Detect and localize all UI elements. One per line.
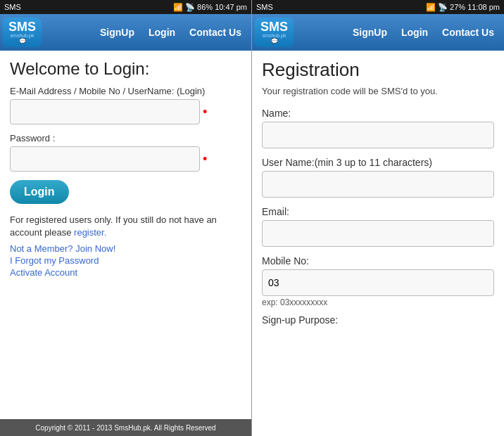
signup-purpose-label: Sign-up Purpose: xyxy=(262,314,494,326)
password-field-label: Password : xyxy=(10,133,241,143)
nav-links-right: SignUp Login Contact Us xyxy=(296,23,501,42)
status-bar-left: SMS 📶 📡 86% 10:47 pm xyxy=(0,0,251,14)
login-button[interactable]: Login xyxy=(10,180,69,204)
email-reg-field-label: Email: xyxy=(262,206,494,217)
email-field-group: • xyxy=(10,99,241,124)
register-link[interactable]: register. xyxy=(74,227,106,238)
logo-bubble-left: 💬 xyxy=(19,38,26,44)
password-field-group: • xyxy=(10,146,241,172)
logo-text-right: SMS xyxy=(260,20,288,33)
status-wifi: 📡 xyxy=(185,3,195,12)
email-field-label: E-Mail Address / Mobile No / UserName: (… xyxy=(10,86,241,96)
nav-bar-right: SMS smshub.pk 💬 SignUp Login Contact Us xyxy=(252,14,504,51)
name-input[interactable] xyxy=(262,122,494,148)
login-panel: SMS 📶 📡 86% 10:47 pm SMS smshub.pk 💬 Sig… xyxy=(0,0,252,436)
forgot-password-link[interactable]: I Forgot my Password xyxy=(10,255,241,266)
nav-contact-left[interactable]: Contact Us xyxy=(182,23,248,42)
join-now-link[interactable]: Not a Member? Join Now! xyxy=(10,243,241,254)
status-signal: 📶 xyxy=(173,3,183,12)
footer-text-left: Copyright © 2011 - 2013 SmsHub.pk. All R… xyxy=(35,424,215,432)
status-left-right: SMS xyxy=(256,3,273,11)
status-battery-right: 27% xyxy=(450,3,465,11)
logo-text-left: SMS xyxy=(8,20,36,33)
email-required-dot: • xyxy=(203,105,207,120)
registration-content: Registration Your registration code will… xyxy=(252,51,504,436)
status-bar-right: SMS 📶 📡 27% 11:08 pm xyxy=(252,0,504,14)
footer-left: Copyright © 2011 - 2013 SmsHub.pk. All R… xyxy=(0,419,251,436)
mobile-field-label: Mobile No: xyxy=(262,255,494,267)
logo-sub-right: smshub.pk xyxy=(263,33,286,38)
status-right: 📶 📡 86% 10:47 pm xyxy=(173,3,247,12)
status-wifi-right: 📡 xyxy=(438,3,448,12)
mobile-exp-text: exp: 03xxxxxxxxx xyxy=(262,297,494,307)
logo-sub-left: smshub.pk xyxy=(11,33,34,38)
status-left: SMS xyxy=(4,3,21,11)
logo-left: SMS smshub.pk 💬 xyxy=(3,18,42,47)
login-content: Welcome to Login: E-Mail Address / Mobil… xyxy=(0,51,251,419)
logo-bubble-right: 💬 xyxy=(271,38,278,44)
registration-title: Registration xyxy=(262,59,494,81)
status-time-right: 11:08 pm xyxy=(467,3,500,11)
nav-signup-right[interactable]: SignUp xyxy=(346,23,394,42)
nav-bar-left: SMS smshub.pk 💬 SignUp Login Contact Us xyxy=(0,14,251,51)
status-app-label: SMS xyxy=(4,3,21,11)
name-field-label: Name: xyxy=(262,108,494,119)
nav-links-left: SignUp Login Contact Us xyxy=(44,23,248,42)
username-input[interactable] xyxy=(262,171,494,198)
status-time: 10:47 pm xyxy=(215,3,247,11)
nav-contact-right[interactable]: Contact Us xyxy=(435,23,501,42)
status-right-right: 📶 📡 27% 11:08 pm xyxy=(426,3,500,12)
nav-login-right[interactable]: Login xyxy=(394,23,435,42)
status-app-label-right: SMS xyxy=(256,3,273,11)
registration-panel: SMS 📶 📡 27% 11:08 pm SMS smshub.pk 💬 Sig… xyxy=(252,0,504,436)
mobile-input[interactable] xyxy=(262,269,494,296)
activate-account-link[interactable]: Activate Account xyxy=(10,267,241,278)
username-field-label: User Name:(min 3 up to 11 characters) xyxy=(262,157,494,168)
email-input[interactable] xyxy=(10,99,200,124)
nav-signup-left[interactable]: SignUp xyxy=(93,23,141,42)
login-title: Welcome to Login: xyxy=(10,59,241,79)
logo-right: SMS smshub.pk 💬 xyxy=(255,18,294,47)
info-text: For registered users only. If you still … xyxy=(10,214,241,239)
info-text-content: For registered users only. If you still … xyxy=(10,214,217,238)
password-required-dot: • xyxy=(203,152,207,167)
status-battery: 86% xyxy=(197,3,213,11)
nav-login-left[interactable]: Login xyxy=(141,23,182,42)
status-signal-right: 📶 xyxy=(426,3,436,12)
email-reg-input[interactable] xyxy=(262,220,494,247)
registration-subtitle: Your registration code will be SMS'd to … xyxy=(262,85,494,98)
password-input[interactable] xyxy=(10,146,200,172)
